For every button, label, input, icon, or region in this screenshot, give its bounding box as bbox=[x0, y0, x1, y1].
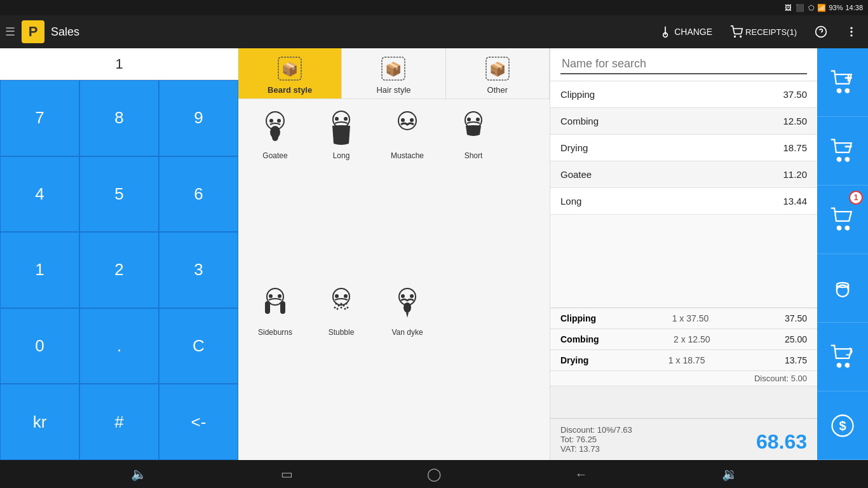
service-drying[interactable]: Drying 18.75 bbox=[550, 135, 817, 161]
home-icon[interactable]: ◯ bbox=[414, 463, 454, 485]
key-3[interactable]: 3 bbox=[159, 232, 238, 308]
svg-point-43 bbox=[341, 307, 342, 309]
svg-point-6 bbox=[850, 30, 852, 32]
svg-point-34 bbox=[335, 294, 339, 298]
key-6[interactable]: 6 bbox=[159, 156, 238, 233]
key-clear[interactable]: C bbox=[159, 308, 238, 384]
key-hash[interactable]: # bbox=[79, 384, 159, 460]
service-combing[interactable]: Combing 12.50 bbox=[550, 108, 817, 135]
svg-point-23 bbox=[401, 118, 405, 122]
top-bar-actions: CHANGE RECEIPTS(1) bbox=[654, 23, 863, 41]
svg-point-30 bbox=[278, 294, 281, 298]
key-8[interactable]: 8 bbox=[79, 80, 159, 156]
help-button[interactable] bbox=[810, 23, 832, 41]
svg-point-7 bbox=[850, 34, 852, 36]
goatee-icon bbox=[255, 108, 295, 149]
thermometer-icon bbox=[659, 25, 672, 38]
discount-button[interactable]: $ bbox=[817, 391, 868, 460]
key-2[interactable]: 2 bbox=[79, 232, 159, 308]
svg-text:📦: 📦 bbox=[385, 61, 402, 78]
svg-text:📦: 📦 bbox=[489, 61, 506, 78]
more-button[interactable] bbox=[840, 23, 863, 41]
key-9[interactable]: 9 bbox=[159, 80, 238, 156]
item-long[interactable]: Long bbox=[309, 104, 373, 278]
unknown-icon: ⬛ bbox=[796, 4, 804, 12]
vandyke-icon bbox=[387, 285, 428, 325]
service-goatee[interactable]: Goatee 11.20 bbox=[550, 161, 817, 188]
remove-cart-icon bbox=[829, 137, 857, 165]
category-tabs: 📦 Beard style 📦 Hair style 📦 Other bbox=[238, 48, 550, 99]
order-combing[interactable]: Combing 2 x 12.50 25.00 bbox=[550, 329, 817, 350]
right-panel: Clipping 37.50 Combing 12.50 Drying 18.7… bbox=[550, 48, 817, 460]
svg-point-45 bbox=[347, 307, 349, 309]
add-to-cart-button[interactable] bbox=[817, 48, 868, 117]
menu-icon[interactable]: ☰ bbox=[5, 25, 15, 39]
clock: 14:38 bbox=[845, 4, 863, 11]
discount-icon: $ bbox=[829, 412, 857, 440]
item-stubble[interactable]: Stubble bbox=[309, 281, 373, 455]
search-input[interactable] bbox=[560, 55, 807, 74]
order-spacer bbox=[550, 386, 817, 418]
key-5[interactable]: 5 bbox=[79, 156, 159, 233]
total-footer: Discount: 10%/7.63 Tot: 76.25 VAT: 13.73… bbox=[550, 418, 817, 460]
change-button[interactable]: CHANGE bbox=[654, 23, 717, 41]
receipts-button[interactable]: RECEIPTS(1) bbox=[725, 23, 802, 41]
svg-rect-31 bbox=[265, 301, 270, 314]
volume-up-icon[interactable]: 🔉 bbox=[709, 463, 750, 485]
battery-level: 93% bbox=[829, 4, 843, 11]
remove-from-cart-button[interactable] bbox=[817, 117, 868, 186]
tab-other[interactable]: 📦 Other bbox=[446, 48, 550, 98]
bottom-nav: 🔈 ▭ ◯ ← 🔉 bbox=[0, 460, 868, 488]
svg-point-47 bbox=[401, 294, 405, 298]
tab-beard-style[interactable]: 📦 Beard style bbox=[238, 48, 342, 98]
svg-point-29 bbox=[269, 294, 273, 298]
service-long[interactable]: Long 13.44 bbox=[550, 188, 817, 215]
refund-button[interactable] bbox=[817, 323, 868, 391]
item-mustache[interactable]: Mustache bbox=[376, 104, 439, 278]
service-list: Clipping 37.50 Combing 12.50 Drying 18.7… bbox=[550, 81, 817, 308]
svg-point-56 bbox=[846, 158, 850, 161]
order-drying[interactable]: Drying 1 x 18.75 13.75 bbox=[550, 350, 817, 371]
item-goatee[interactable]: Goatee bbox=[243, 104, 307, 278]
svg-point-39 bbox=[343, 305, 345, 307]
view-cart-button[interactable]: 1 bbox=[817, 186, 868, 254]
help-icon bbox=[815, 25, 827, 38]
svg-point-27 bbox=[476, 118, 480, 121]
recent-apps-icon[interactable]: ▭ bbox=[268, 463, 306, 485]
key-backspace[interactable]: <- bbox=[159, 384, 238, 460]
item-sideburns[interactable]: Sideburns bbox=[243, 281, 307, 455]
app-logo: P bbox=[22, 20, 44, 43]
category-panel: 📦 Beard style 📦 Hair style 📦 Other bbox=[238, 48, 550, 460]
item-short[interactable]: Short bbox=[442, 104, 505, 278]
numpad-display: 1 bbox=[0, 48, 238, 80]
drying-discount: Discount: 5.00 bbox=[550, 371, 817, 386]
key-0[interactable]: 0 bbox=[0, 308, 79, 384]
long-beard-icon bbox=[321, 108, 362, 149]
back-icon[interactable]: ← bbox=[562, 463, 600, 485]
key-1[interactable]: 1 bbox=[0, 232, 79, 308]
tab-hair-style[interactable]: 📦 Hair style bbox=[342, 48, 445, 98]
volume-down-icon[interactable]: 🔈 bbox=[118, 463, 159, 485]
svg-point-35 bbox=[344, 294, 348, 298]
svg-point-21 bbox=[344, 117, 348, 121]
cart-icon bbox=[730, 25, 743, 38]
key-kr[interactable]: kr bbox=[0, 384, 79, 460]
svg-text:$: $ bbox=[839, 419, 846, 433]
item-vandyke[interactable]: Van dyke bbox=[376, 281, 439, 455]
key-4[interactable]: 4 bbox=[0, 156, 79, 233]
other-tab-icon: 📦 bbox=[482, 53, 513, 84]
service-clipping[interactable]: Clipping 37.50 bbox=[550, 81, 817, 108]
beard-style-tab-icon: 📦 bbox=[275, 53, 305, 84]
svg-point-58 bbox=[837, 226, 841, 230]
svg-rect-32 bbox=[280, 301, 285, 314]
svg-point-18 bbox=[272, 133, 278, 141]
svg-marker-50 bbox=[406, 313, 409, 318]
svg-point-16 bbox=[277, 119, 281, 123]
total-amount: 68.63 bbox=[756, 430, 807, 454]
payment-button[interactable] bbox=[817, 254, 868, 323]
svg-point-15 bbox=[269, 119, 273, 123]
key-7[interactable]: 7 bbox=[0, 80, 79, 156]
key-dot[interactable]: . bbox=[79, 308, 159, 384]
order-clipping[interactable]: Clipping 1 x 37.50 37.50 bbox=[550, 308, 817, 329]
mustache-icon bbox=[387, 108, 428, 149]
